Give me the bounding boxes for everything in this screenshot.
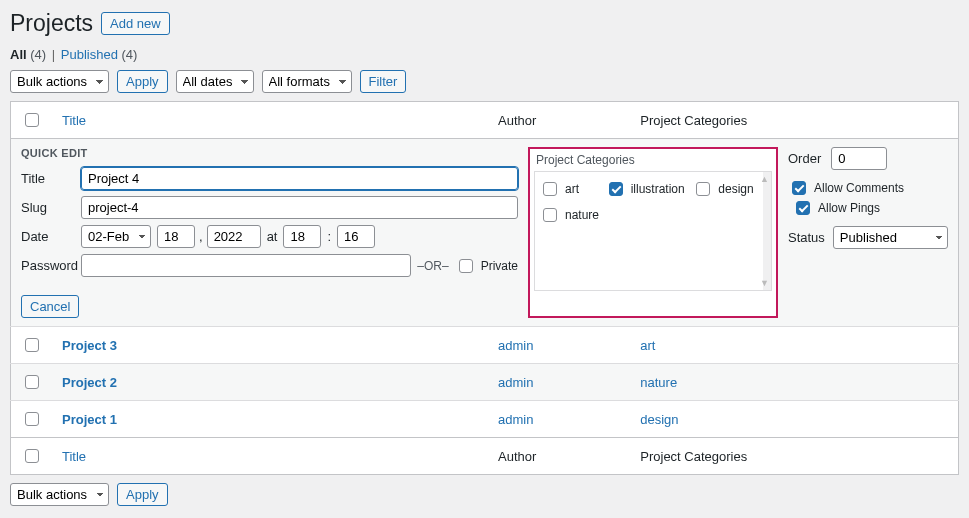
table-row: Project 2 admin nature <box>11 364 959 401</box>
qe-slug-label: Slug <box>21 200 81 215</box>
col-cats: Project Categories <box>630 102 958 139</box>
row-title[interactable]: Project 2 <box>62 375 117 390</box>
qe-private-checkbox[interactable] <box>459 259 473 273</box>
allow-pings-checkbox[interactable] <box>796 201 810 215</box>
row-cat[interactable]: design <box>640 412 678 427</box>
allow-comments-checkbox[interactable] <box>792 181 806 195</box>
status-select[interactable]: Published <box>833 226 948 249</box>
dates-select[interactable]: All dates <box>176 70 254 93</box>
col-cats-foot: Project Categories <box>630 438 958 475</box>
filter-published[interactable]: Published <box>61 47 118 62</box>
qe-title-input[interactable] <box>81 167 518 190</box>
row-title[interactable]: Project 3 <box>62 338 117 353</box>
project-categories-panel: Project Categories art illustration desi… <box>528 147 778 318</box>
qe-hour-input[interactable] <box>283 225 321 248</box>
add-new-button[interactable]: Add new <box>101 12 170 35</box>
qe-year-input[interactable] <box>207 225 261 248</box>
row-checkbox[interactable] <box>25 412 39 426</box>
order-input[interactable] <box>831 147 887 170</box>
page-title: Projects <box>10 6 93 41</box>
view-filters: All (4) | Published (4) <box>10 47 959 62</box>
row-title[interactable]: Project 1 <box>62 412 117 427</box>
order-label: Order <box>788 151 821 166</box>
apply-bottom[interactable]: Apply <box>117 483 168 506</box>
qe-minute-input[interactable] <box>337 225 375 248</box>
filter-all[interactable]: All <box>10 47 27 62</box>
status-label: Status <box>788 230 825 245</box>
qe-date-label: Date <box>21 229 81 244</box>
select-all-top[interactable] <box>25 113 39 127</box>
cat-illustration[interactable]: illustration <box>585 176 687 202</box>
row-cat[interactable]: art <box>640 338 655 353</box>
table-row: Project 1 admin design <box>11 401 959 438</box>
bulk-actions-bottom[interactable]: Bulk actions <box>10 483 109 506</box>
row-checkbox[interactable] <box>25 338 39 352</box>
row-author[interactable]: admin <box>498 375 533 390</box>
select-all-bottom[interactable] <box>25 449 39 463</box>
apply-button[interactable]: Apply <box>117 70 168 93</box>
bulk-actions-select[interactable]: Bulk actions <box>10 70 109 93</box>
row-author[interactable]: admin <box>498 412 533 427</box>
qe-day-input[interactable] <box>157 225 195 248</box>
formats-select[interactable]: All formats <box>262 70 352 93</box>
qe-month-select[interactable]: 02-Feb <box>81 225 151 248</box>
qe-slug-input[interactable] <box>81 196 518 219</box>
col-author: Author <box>488 102 630 139</box>
row-author[interactable]: admin <box>498 338 533 353</box>
col-author-foot: Author <box>488 438 630 475</box>
quick-edit-heading: QUICK EDIT <box>21 147 518 159</box>
row-checkbox[interactable] <box>25 375 39 389</box>
qe-password-input[interactable] <box>81 254 411 277</box>
qe-title-label: Title <box>21 171 81 186</box>
qe-password-label: Password <box>21 258 81 273</box>
cats-list[interactable]: art illustration design nature ▲▼ <box>534 171 772 291</box>
cat-art[interactable]: art <box>537 176 581 202</box>
cat-design[interactable]: design <box>690 176 755 202</box>
cat-nature[interactable]: nature <box>537 202 601 228</box>
col-title[interactable]: Title <box>62 113 86 128</box>
cancel-button[interactable]: Cancel <box>21 295 79 318</box>
row-cat[interactable]: nature <box>640 375 677 390</box>
filter-button[interactable]: Filter <box>360 70 407 93</box>
col-title-foot[interactable]: Title <box>62 449 86 464</box>
cats-heading: Project Categories <box>534 153 772 169</box>
table-row: Project 3 admin art <box>11 327 959 364</box>
